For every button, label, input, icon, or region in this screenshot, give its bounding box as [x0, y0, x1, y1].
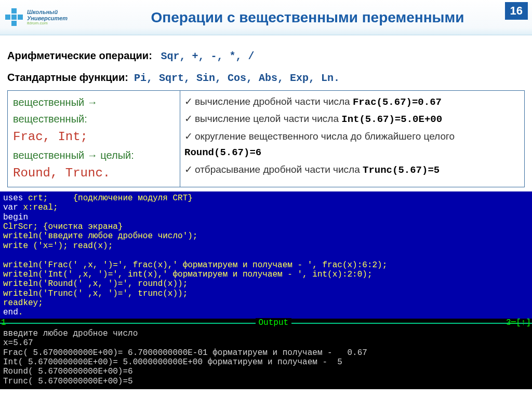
round-example: Round(5.67)=6: [184, 147, 261, 158]
trunc-example: Trunc(5.67)=5: [363, 164, 440, 176]
check-icon: ✓: [184, 113, 193, 124]
arith-ops-line: Арифметические операции: Sqr, +, -, *, /: [7, 47, 525, 65]
conv-real-real-fns: Frac, Int;: [13, 127, 175, 147]
check-icon: ✓: [184, 131, 193, 142]
output-col-left: 1: [1, 318, 6, 327]
conversion-left-column: вещественный → вещественный: Frac, Int; …: [8, 91, 180, 187]
logo: Школьный Университет itdrom.com: [5, 3, 83, 33]
conversion-table: вещественный → вещественный: Frac, Int; …: [7, 90, 525, 187]
std-fns-line: Стандартные функции: Pi, Sqrt, Sin, Cos,…: [7, 68, 525, 87]
output-col-right: 3═[↑]: [506, 318, 531, 327]
std-fns-list: Pi, Sqrt, Sin, Cos, Abs, Exp, Ln.: [134, 72, 340, 84]
output-divider: 1 Output 3═[↑]: [0, 319, 532, 328]
check-icon: ✓: [184, 96, 193, 107]
int-example: Int(5.67)=5.0E+00: [341, 114, 442, 125]
bullet-round: ✓округление вещественного числа до ближа…: [184, 129, 520, 161]
conv-real-int-label: вещественный → целый:: [13, 147, 175, 163]
program-output-panel: введите любое дробное число x=5.67 Frac(…: [0, 328, 532, 389]
arith-ops-list: Sqr, +, -, *, /: [161, 50, 255, 62]
output-label: Output: [256, 318, 292, 327]
frac-desc: вычисление дробной части числа: [195, 96, 353, 107]
page-title: Операции с вещественными переменными: [83, 9, 532, 26]
trunc-desc: отбрасывание дробной части числа: [195, 164, 363, 175]
content-top: Арифметические операции: Sqr, +, -, *, /…: [0, 35, 532, 191]
frac-example: Frac(5.67)=0.67: [353, 97, 442, 108]
logo-text: Школьный Университет itdrom.com: [27, 9, 68, 26]
bullet-int: ✓вычисление целой части числа Int(5.67)=…: [184, 111, 520, 127]
conv-real-int-fns: Round, Trunc.: [13, 163, 175, 183]
conversion-right-column: ✓вычисление дробной части числа Frac(5.6…: [180, 91, 524, 187]
round-desc: округление вещественного числа до ближай…: [195, 131, 455, 142]
check-icon: ✓: [184, 164, 193, 175]
bullet-frac: ✓вычисление дробной части числа Frac(5.6…: [184, 94, 520, 110]
slide-number-badge: 16: [505, 2, 528, 20]
bullet-trunc: ✓отбрасывание дробной части числа Trunc(…: [184, 162, 520, 178]
slide-header: Школьный Университет itdrom.com Операции…: [0, 0, 532, 35]
int-desc: вычисление целой части числа: [195, 113, 341, 124]
arith-label: Арифметические операции:: [7, 50, 152, 61]
std-label: Стандартные функции:: [7, 72, 128, 83]
conv-real-real-label: вещественный → вещественный:: [13, 94, 175, 127]
logo-icon: [5, 8, 24, 27]
source-code-panel: uses crt; {подключение модуля CRT} var x…: [0, 191, 532, 319]
